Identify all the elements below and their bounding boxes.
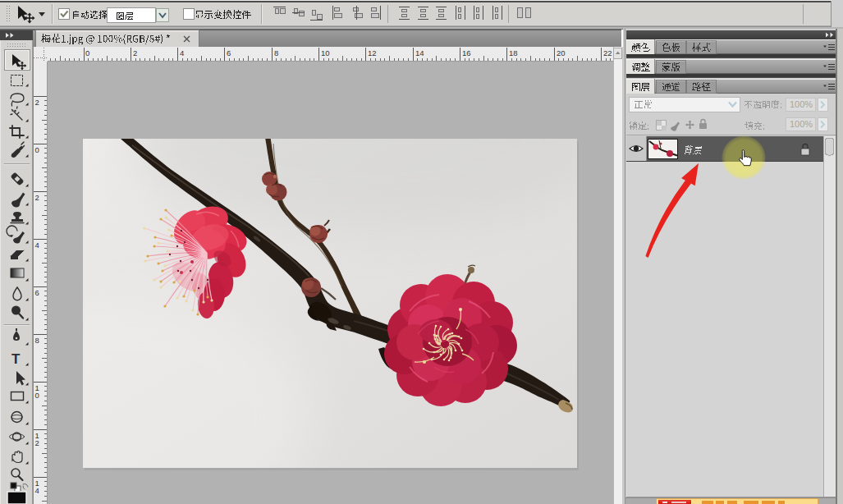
svg-text:4: 4 bbox=[35, 241, 39, 250]
svg-text:12: 12 bbox=[368, 48, 377, 57]
svg-text:18: 18 bbox=[509, 48, 518, 57]
svg-text:4: 4 bbox=[180, 48, 184, 57]
svg-text:T: T bbox=[11, 351, 21, 367]
svg-text:2: 2 bbox=[35, 98, 39, 107]
svg-text:100%: 100% bbox=[790, 99, 813, 109]
svg-text:2: 2 bbox=[35, 193, 39, 202]
svg-text:22: 22 bbox=[603, 48, 612, 57]
svg-text:6: 6 bbox=[227, 48, 231, 57]
svg-text:10: 10 bbox=[321, 48, 330, 57]
svg-text:0: 0 bbox=[35, 145, 39, 154]
svg-text:14: 14 bbox=[415, 48, 424, 57]
svg-text:8: 8 bbox=[35, 336, 39, 345]
svg-text:0: 0 bbox=[85, 48, 89, 57]
svg-text:100%: 100% bbox=[790, 119, 813, 129]
svg-text:4: 4 bbox=[35, 486, 39, 495]
svg-text:20: 20 bbox=[557, 48, 566, 57]
svg-text:6: 6 bbox=[35, 288, 39, 297]
svg-text:2: 2 bbox=[133, 48, 137, 57]
svg-text:0: 0 bbox=[35, 391, 39, 400]
svg-text:8: 8 bbox=[274, 48, 278, 57]
svg-text:16: 16 bbox=[462, 48, 471, 57]
svg-text:2: 2 bbox=[35, 438, 39, 447]
